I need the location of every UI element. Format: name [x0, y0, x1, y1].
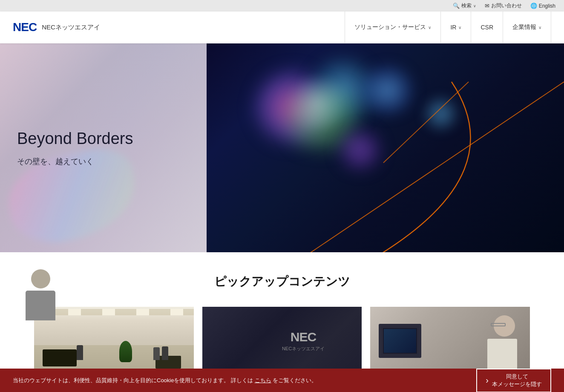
cookie-agree-button[interactable]: › 同意して 本メッセージを隠す: [476, 369, 551, 392]
card-image-nec: NEC NECネッツエスアイ: [202, 307, 362, 375]
mail-icon: ✉: [485, 3, 489, 9]
ir-label: IR: [450, 24, 456, 31]
nav-company[interactable]: 企業情報 ∨: [503, 12, 551, 43]
cookie-agree-line1: 同意して: [492, 373, 542, 380]
hero-right-panel: [207, 43, 564, 252]
company-chevron-icon: ∨: [538, 25, 541, 30]
card-image-person: [370, 307, 530, 375]
hero-title: Beyond Borders: [17, 130, 190, 148]
cookie-banner: 当社のウェブサイトは、利便性、品質維持・向上を目的にCookieを使用しておりま…: [0, 369, 564, 392]
search-chevron-icon: ∨: [473, 4, 476, 8]
company-name: NECネッツエスアイ: [42, 23, 100, 32]
globe-icon: 🌐: [530, 3, 537, 9]
nav-links: ソリューション・サービス ∨ IR ∨ CSR 企業情報 ∨: [345, 12, 551, 43]
nav-csr[interactable]: CSR: [471, 12, 503, 43]
pickup-card-nec[interactable]: NEC NECネッツエスアイ: [202, 307, 362, 375]
cookie-arrow-icon: ›: [486, 375, 489, 385]
csr-label: CSR: [481, 24, 493, 31]
logo-area[interactable]: NEC NECネッツエスアイ: [13, 20, 100, 34]
cookie-text-after: をご覧ください。: [273, 377, 317, 383]
cookie-details-link[interactable]: こちら: [255, 377, 271, 383]
utility-bar: 🔍 検索 ∨ ✉ お問い合わせ 🌐 English: [0, 0, 564, 12]
nec-logo: NEC: [13, 20, 37, 34]
hero-subtitle: その壁を、越えていく: [17, 156, 190, 167]
pickup-cards: NEC NECネッツエスアイ: [34, 307, 530, 375]
cookie-message: 当社のウェブサイトは、利便性、品質維持・向上を目的にCookieを使用しておりま…: [13, 377, 253, 383]
pickup-card-person[interactable]: [370, 307, 530, 375]
pickup-title: ピックアップコンテンツ: [34, 274, 530, 290]
main-navigation: NEC NECネッツエスアイ ソリューション・サービス ∨ IR ∨ CSR 企…: [0, 12, 564, 43]
nav-solutions[interactable]: ソリューション・サービス ∨: [345, 12, 440, 43]
ir-chevron-icon: ∨: [458, 25, 461, 30]
english-label: English: [539, 3, 555, 9]
contact-label: お問い合わせ: [491, 2, 522, 9]
company-label: 企業情報: [512, 23, 536, 31]
solutions-label: ソリューション・サービス: [354, 23, 426, 31]
cookie-agree-line2: 本メッセージを隠す: [492, 380, 542, 388]
search-link[interactable]: 🔍 検索 ∨: [453, 2, 476, 9]
solutions-chevron-icon: ∨: [428, 25, 431, 30]
cookie-text: 当社のウェブサイトは、利便性、品質維持・向上を目的にCookieを使用しておりま…: [13, 377, 317, 384]
hero-section: Beyond Borders その壁を、越えていく: [0, 43, 564, 252]
language-link[interactable]: 🌐 English: [530, 3, 555, 9]
contact-link[interactable]: ✉ お問い合わせ: [485, 2, 522, 9]
search-icon: 🔍: [453, 3, 460, 9]
hero-left-panel: Beyond Borders その壁を、越えていく: [0, 43, 207, 252]
nav-ir[interactable]: IR ∨: [440, 12, 471, 43]
search-label: 検索: [461, 2, 472, 9]
cookie-agree-text: 同意して 本メッセージを隠す: [492, 373, 542, 388]
